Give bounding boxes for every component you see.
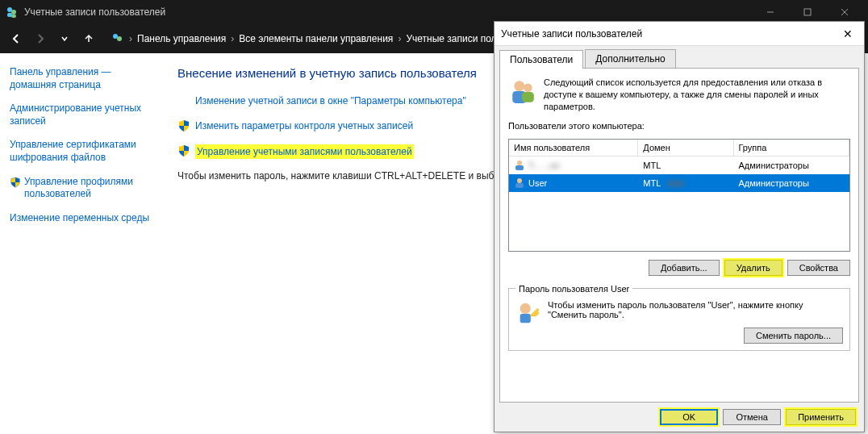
crumb-1[interactable]: Все элементы панели управления xyxy=(239,33,393,44)
svg-rect-17 xyxy=(522,92,534,102)
dialog-titlebar: Учетные записи пользователей ✕ xyxy=(495,22,864,46)
user-list-label: Пользователи этого компьютера: xyxy=(508,121,850,131)
sidebar-link-home[interactable]: Панель управления — домашняя страница xyxy=(10,66,152,91)
user-name-cell: User xyxy=(528,178,547,188)
password-text: Чтобы изменить пароль пользователя "User… xyxy=(548,300,843,319)
control-panel-icon xyxy=(110,31,124,46)
ok-button[interactable]: OK xyxy=(660,409,718,425)
properties-button[interactable]: Свойства xyxy=(787,260,850,276)
sidebar-link-admin-accounts[interactable]: Администрирование учетных записей xyxy=(10,102,152,127)
svg-rect-3 xyxy=(11,15,16,18)
change-password-button[interactable]: Сменить пароль... xyxy=(744,328,843,344)
user-icon xyxy=(514,177,525,189)
svg-rect-5 xyxy=(804,9,811,15)
dialog-footer: OK Отмена Применить xyxy=(495,403,864,432)
sidebar-link-profiles[interactable]: Управление профилями пользователей xyxy=(24,176,152,201)
apply-button[interactable]: Применить xyxy=(786,409,856,425)
user-group-cell: Администраторы xyxy=(734,159,849,172)
svg-rect-21 xyxy=(515,183,524,188)
user-row[interactable]: T... ...ov MTL Администраторы xyxy=(509,156,849,174)
user-domain-cell: MTL xyxy=(643,178,661,188)
svg-point-0 xyxy=(7,7,12,12)
sidebar: Панель управления — домашняя страница Ад… xyxy=(0,53,161,434)
svg-rect-23 xyxy=(520,313,531,322)
password-legend: Пароль пользователя User xyxy=(515,284,632,294)
svg-point-18 xyxy=(517,161,522,165)
tab-users[interactable]: Пользователи xyxy=(499,50,583,69)
svg-point-1 xyxy=(11,10,16,15)
window-title: Учетные записи пользователей xyxy=(24,6,752,18)
link-uac-settings[interactable]: Изменить параметры контроля учетных запи… xyxy=(195,119,413,133)
remove-button[interactable]: Удалить xyxy=(724,260,782,276)
recent-button[interactable] xyxy=(55,29,74,48)
shield-icon xyxy=(10,177,21,188)
svg-point-14 xyxy=(514,81,524,91)
users-icon xyxy=(508,77,537,106)
app-icon xyxy=(5,6,18,19)
svg-point-22 xyxy=(520,303,531,313)
user-domain-cell: MTL xyxy=(638,159,733,172)
dialog-intro-text: Следующий список используется для предос… xyxy=(544,77,850,113)
sidebar-link-env-vars[interactable]: Изменение переменных среды xyxy=(10,212,152,225)
user-group-cell: Администраторы xyxy=(734,177,849,190)
key-icon xyxy=(515,300,541,326)
svg-point-20 xyxy=(517,178,522,183)
user-list[interactable]: Имя пользователя Домен Группа T... ...ov… xyxy=(508,139,850,252)
password-fieldset: Пароль пользователя User Чтобы изменить … xyxy=(508,284,850,351)
link-change-account-settings[interactable]: Изменение учетной записи в окне "Парамет… xyxy=(195,94,466,108)
crumb-0[interactable]: Панель управления xyxy=(137,33,226,44)
svg-point-16 xyxy=(524,83,532,92)
column-group[interactable]: Группа xyxy=(734,140,849,156)
svg-point-8 xyxy=(113,34,118,39)
svg-rect-19 xyxy=(515,165,524,170)
link-manage-accounts[interactable]: Управление учетными записями пользовател… xyxy=(195,144,414,160)
cancel-button[interactable]: Отмена xyxy=(723,409,781,425)
user-row-selected[interactable]: User MTL■■■ Администраторы xyxy=(509,174,849,192)
dialog-title: Учетные записи пользователей xyxy=(501,28,838,40)
user-name-cell: T... ...ov xyxy=(528,161,560,170)
forward-button[interactable] xyxy=(31,29,50,48)
user-accounts-dialog: Учетные записи пользователей ✕ Пользоват… xyxy=(494,21,865,432)
sidebar-link-certs[interactable]: Управление сертификатами шифрования файл… xyxy=(10,139,152,164)
dialog-close-button[interactable]: ✕ xyxy=(838,24,858,44)
back-button[interactable] xyxy=(6,29,26,48)
dialog-tabs: Пользователи Дополнительно xyxy=(495,46,864,68)
breadcrumb: › Панель управления › Все элементы панел… xyxy=(110,31,524,46)
column-domain[interactable]: Домен xyxy=(638,140,733,156)
shield-icon xyxy=(177,144,190,157)
user-icon xyxy=(514,160,525,171)
svg-point-9 xyxy=(117,36,122,41)
shield-icon xyxy=(177,119,190,132)
tab-advanced[interactable]: Дополнительно xyxy=(585,49,675,68)
column-user[interactable]: Имя пользователя xyxy=(509,140,638,156)
add-button[interactable]: Добавить... xyxy=(649,260,720,276)
user-list-header: Имя пользователя Домен Группа xyxy=(509,140,849,156)
up-button[interactable] xyxy=(79,29,98,48)
